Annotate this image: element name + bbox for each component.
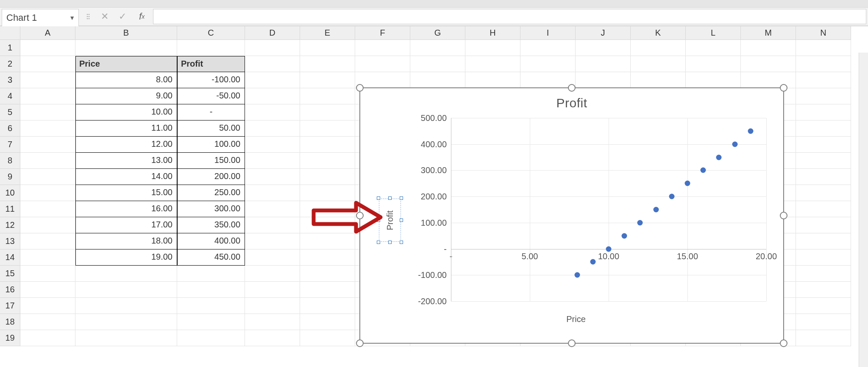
cell-D16[interactable] (245, 282, 300, 298)
split-handle-icon[interactable] (79, 8, 97, 25)
data-point[interactable] (637, 220, 643, 225)
enter-icon[interactable]: ✓ (119, 11, 126, 22)
cell-E4[interactable] (300, 88, 355, 104)
cell-D13[interactable] (245, 233, 300, 249)
cell-B18[interactable] (75, 314, 177, 330)
cell-C8[interactable]: 150.00 (177, 153, 245, 169)
cell-A18[interactable] (20, 314, 75, 330)
cell-N12[interactable] (796, 217, 851, 233)
row-header-15[interactable]: 15 (0, 266, 20, 282)
cell-B17[interactable] (75, 298, 177, 314)
column-header-C[interactable]: C (177, 26, 245, 40)
cell-M2[interactable] (741, 56, 796, 72)
cell-L2[interactable] (686, 56, 741, 72)
cell-D2[interactable] (245, 56, 300, 72)
cell-N19[interactable] (796, 330, 851, 346)
cell-J1[interactable] (576, 40, 631, 56)
cell-E6[interactable] (300, 120, 355, 137)
cell-E2[interactable] (300, 56, 355, 72)
row-header-1[interactable]: 1 (0, 40, 20, 56)
data-point[interactable] (590, 259, 595, 265)
row-header-16[interactable]: 16 (0, 282, 20, 298)
cell-A9[interactable] (20, 169, 75, 185)
cell-E19[interactable] (300, 330, 355, 346)
cell-A8[interactable] (20, 153, 75, 169)
row-header-17[interactable]: 17 (0, 298, 20, 314)
resize-handle-br[interactable] (780, 339, 787, 347)
cell-K2[interactable] (631, 56, 686, 72)
cell-C12[interactable]: 350.00 (177, 217, 245, 233)
cell-D8[interactable] (245, 153, 300, 169)
cell-C7[interactable]: 100.00 (177, 137, 245, 153)
cell-C3[interactable]: -100.00 (177, 72, 245, 88)
cell-D5[interactable] (245, 104, 300, 120)
cell-B13[interactable]: 18.00 (75, 233, 177, 249)
cell-D18[interactable] (245, 314, 300, 330)
cell-E17[interactable] (300, 298, 355, 314)
cell-E14[interactable] (300, 249, 355, 266)
data-point[interactable] (669, 194, 674, 199)
cell-D4[interactable] (245, 88, 300, 104)
cell-N8[interactable] (796, 153, 851, 169)
cell-A15[interactable] (20, 266, 75, 282)
cell-C14[interactable]: 450.00 (177, 249, 245, 266)
cell-A3[interactable] (20, 72, 75, 88)
cell-C5[interactable]: - (177, 104, 245, 120)
data-point[interactable] (606, 246, 612, 252)
cell-E10[interactable] (300, 185, 355, 201)
axis-title-handle[interactable] (388, 241, 392, 244)
cell-E16[interactable] (300, 282, 355, 298)
plot-inner[interactable]: -5.0010.0015.0020.00-200.00-100.00-100.0… (451, 118, 766, 301)
column-header-E[interactable]: E (300, 26, 355, 40)
row-header-11[interactable]: 11 (0, 201, 20, 217)
data-point[interactable] (716, 154, 722, 160)
axis-title-handle[interactable] (377, 196, 380, 200)
name-box[interactable]: ▼ (2, 9, 79, 27)
cell-I2[interactable] (520, 56, 576, 72)
cell-B9[interactable]: 14.00 (75, 169, 177, 185)
cell-D1[interactable] (245, 40, 300, 56)
cell-A5[interactable] (20, 104, 75, 120)
resize-handle-bl[interactable] (356, 339, 364, 347)
column-header-J[interactable]: J (576, 26, 631, 40)
x-axis-title[interactable]: Price (381, 314, 771, 324)
cell-C18[interactable] (177, 314, 245, 330)
cell-D3[interactable] (245, 72, 300, 88)
cell-C15[interactable] (177, 266, 245, 282)
cell-B8[interactable]: 13.00 (75, 153, 177, 169)
cell-N7[interactable] (796, 137, 851, 153)
cancel-icon[interactable]: ✕ (101, 11, 108, 22)
cell-K3[interactable] (631, 72, 686, 88)
formula-input[interactable] (153, 12, 866, 22)
name-box-input[interactable] (2, 12, 78, 23)
cell-N17[interactable] (796, 298, 851, 314)
cell-D11[interactable] (245, 201, 300, 217)
cell-A2[interactable] (20, 56, 75, 72)
cell-C11[interactable]: 300.00 (177, 201, 245, 217)
vertical-scrollbar[interactable] (859, 53, 868, 367)
cell-E13[interactable] (300, 233, 355, 249)
cell-N18[interactable] (796, 314, 851, 330)
cell-A12[interactable] (20, 217, 75, 233)
cell-N11[interactable] (796, 201, 851, 217)
resize-handle-bm[interactable] (568, 339, 576, 347)
cell-E3[interactable] (300, 72, 355, 88)
cell-B11[interactable]: 16.00 (75, 201, 177, 217)
cell-H1[interactable] (465, 40, 520, 56)
cell-J2[interactable] (576, 56, 631, 72)
column-header-I[interactable]: I (520, 26, 576, 40)
cell-A13[interactable] (20, 233, 75, 249)
cell-B1[interactable] (75, 40, 177, 56)
cell-E7[interactable] (300, 137, 355, 153)
cell-C2[interactable]: Profit (177, 56, 245, 72)
cell-A16[interactable] (20, 282, 75, 298)
cell-G1[interactable] (410, 40, 465, 56)
cell-D19[interactable] (245, 330, 300, 346)
cell-D12[interactable] (245, 217, 300, 233)
resize-handle-tm[interactable] (568, 84, 576, 92)
cell-N10[interactable] (796, 185, 851, 201)
row-header-6[interactable]: 6 (0, 120, 20, 137)
cell-I1[interactable] (520, 40, 576, 56)
row-header-3[interactable]: 3 (0, 72, 20, 88)
column-header-H[interactable]: H (465, 26, 520, 40)
